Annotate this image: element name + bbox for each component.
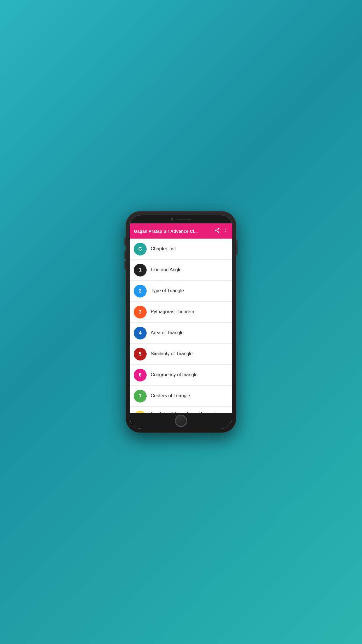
- chapter-badge: C: [134, 243, 147, 256]
- home-button[interactable]: [175, 415, 187, 426]
- chapter-label: Type of Triangle: [151, 288, 184, 294]
- chapter-list: CChapter List1Line and Angle2Type of Tri…: [130, 239, 232, 413]
- header-icons: ⋮: [214, 228, 228, 235]
- chapter-badge: 7: [134, 390, 147, 402]
- chapter-label: Line and Angle: [151, 267, 182, 273]
- more-options-icon[interactable]: ⋮: [223, 228, 228, 234]
- phone-camera: [171, 218, 173, 220]
- chapter-badge: 1: [134, 264, 147, 276]
- phone-bottom-bar: [130, 413, 232, 429]
- app-title: Gagan Pratap Sir Advance Cl...: [134, 229, 214, 234]
- chapter-label: Centers of Triangle: [151, 393, 190, 399]
- chapter-label: Area of Triangle: [151, 330, 184, 336]
- list-item[interactable]: CChapter List: [130, 239, 232, 260]
- chapter-label: Similarity of Triangle: [151, 351, 193, 357]
- chapter-badge: 3: [134, 306, 147, 318]
- share-icon[interactable]: [214, 228, 220, 235]
- list-item[interactable]: 5Similarity of Triangle: [130, 344, 232, 365]
- phone-speaker: [177, 219, 191, 220]
- chapter-label: Congruency of triangle: [151, 372, 198, 378]
- chapter-badge: 5: [134, 348, 147, 360]
- app-header: Gagan Pratap Sir Advance Cl... ⋮: [130, 223, 232, 239]
- chapter-label: Chapter List: [151, 246, 176, 252]
- list-item[interactable]: 3Pythagoras Theorem: [130, 302, 232, 323]
- phone-top-bar: [130, 215, 232, 223]
- chapter-label: Pythagoras Theorem: [151, 309, 194, 315]
- list-item[interactable]: 2Type of Triangle: [130, 281, 232, 302]
- phone-frame: Gagan Pratap Sir Advance Cl... ⋮ CChapte…: [126, 211, 236, 433]
- chapter-badge: 8: [134, 411, 147, 413]
- chapter-badge: 2: [134, 285, 147, 298]
- list-item[interactable]: 4Area of Triangle: [130, 323, 232, 344]
- list-item[interactable]: 6Congruency of triangle: [130, 365, 232, 386]
- list-item[interactable]: 8Equilateral Triangle and Isosceles Tria…: [130, 407, 232, 413]
- chapter-badge: 6: [134, 369, 147, 382]
- app-content: Gagan Pratap Sir Advance Cl... ⋮ CChapte…: [130, 223, 232, 413]
- list-item[interactable]: 7Centers of Triangle: [130, 386, 232, 407]
- list-item[interactable]: 1Line and Angle: [130, 260, 232, 281]
- chapter-badge: 4: [134, 327, 147, 340]
- phone-screen: Gagan Pratap Sir Advance Cl... ⋮ CChapte…: [130, 215, 232, 429]
